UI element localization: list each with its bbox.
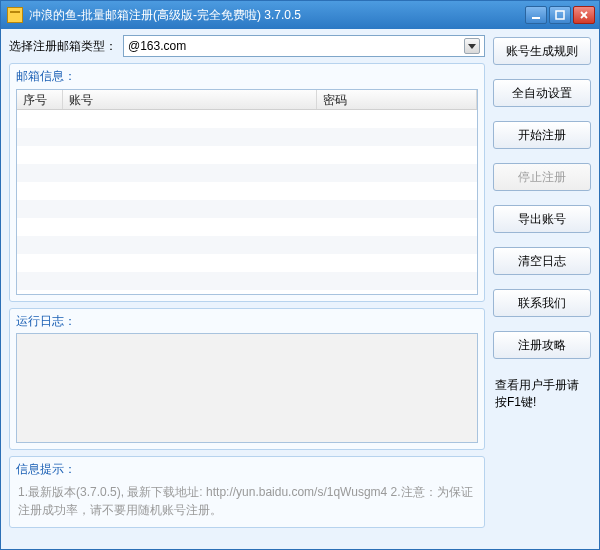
app-window: 冲浪的鱼-批量邮箱注册(高级版-完全免费啦) 3.7.0.5 选择注册邮箱类型：… <box>0 0 600 550</box>
contact-us-button[interactable]: 联系我们 <box>493 289 591 317</box>
gen-rule-button[interactable]: 账号生成规则 <box>493 37 591 65</box>
window-buttons <box>525 6 595 24</box>
run-log-title: 运行日志： <box>16 313 478 330</box>
right-panel: 账号生成规则 全自动设置 开始注册 停止注册 导出账号 清空日志 联系我们 注册… <box>493 35 591 541</box>
mail-icon <box>7 7 23 23</box>
auto-setup-button[interactable]: 全自动设置 <box>493 79 591 107</box>
info-hint-title: 信息提示： <box>16 461 478 478</box>
mailbox-type-select[interactable]: @163.com <box>123 35 485 57</box>
maximize-button[interactable] <box>549 6 571 24</box>
titlebar: 冲浪的鱼-批量邮箱注册(高级版-完全免费啦) 3.7.0.5 <box>1 1 599 29</box>
svg-rect-1 <box>556 11 564 19</box>
mailbox-type-row: 选择注册邮箱类型： @163.com <box>9 35 485 57</box>
mailbox-type-value: @163.com <box>128 39 464 53</box>
minimize-button[interactable] <box>525 6 547 24</box>
run-log-textarea[interactable] <box>16 333 478 443</box>
info-hint-text: 1.最新版本(3.7.0.5), 最新下载地址: http://yun.baid… <box>16 481 478 521</box>
window-title: 冲浪的鱼-批量邮箱注册(高级版-完全免费啦) 3.7.0.5 <box>29 7 525 24</box>
left-panel: 选择注册邮箱类型： @163.com 邮箱信息： 序号 账号 密码 <box>9 35 485 541</box>
mailbox-type-label: 选择注册邮箱类型： <box>9 38 117 55</box>
list-header: 序号 账号 密码 <box>17 90 477 110</box>
start-register-button[interactable]: 开始注册 <box>493 121 591 149</box>
register-guide-button[interactable]: 注册攻略 <box>493 331 591 359</box>
run-log-group: 运行日志： <box>9 308 485 450</box>
list-body <box>17 110 477 294</box>
export-account-button[interactable]: 导出账号 <box>493 205 591 233</box>
minimize-icon <box>531 10 541 20</box>
client-area: 选择注册邮箱类型： @163.com 邮箱信息： 序号 账号 密码 <box>1 29 599 549</box>
mail-info-group: 邮箱信息： 序号 账号 密码 <box>9 63 485 302</box>
mail-info-title: 邮箱信息： <box>16 68 478 85</box>
clear-log-button[interactable]: 清空日志 <box>493 247 591 275</box>
col-account[interactable]: 账号 <box>63 90 317 109</box>
close-button[interactable] <box>573 6 595 24</box>
help-text: 查看用户手册请按F1键! <box>493 377 591 411</box>
col-seq[interactable]: 序号 <box>17 90 63 109</box>
maximize-icon <box>555 10 565 20</box>
account-list[interactable]: 序号 账号 密码 <box>16 89 478 295</box>
stop-register-button: 停止注册 <box>493 163 591 191</box>
col-password[interactable]: 密码 <box>317 90 477 109</box>
close-icon <box>579 10 589 20</box>
svg-rect-0 <box>532 17 540 19</box>
info-hint-group: 信息提示： 1.最新版本(3.7.0.5), 最新下载地址: http://yu… <box>9 456 485 528</box>
chevron-down-icon <box>464 38 480 54</box>
